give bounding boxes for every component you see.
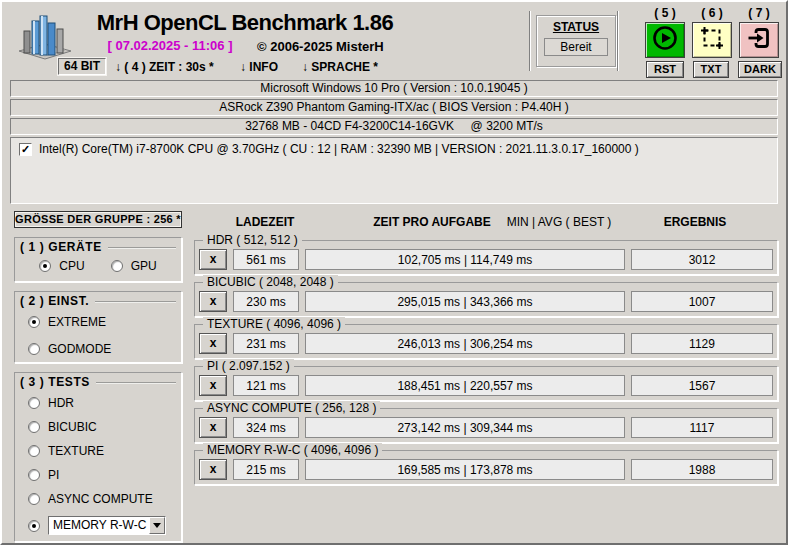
result-group-async-compute: ASYNC COMPUTE ( 256, 128 ) x 324 ms 273,… [194, 408, 778, 443]
result-group-bicubic: BICUBIC ( 2048, 2048 ) x 230 ms 295,015 … [194, 282, 778, 317]
settings-legend: ( 2 ) EINST. [20, 294, 95, 308]
result-group-pi: PI ( 2.097.152 ) x 121 ms 188,451 ms | 2… [194, 366, 778, 401]
screenshot-txt-button[interactable] [692, 22, 732, 58]
radio-bicubic-icon[interactable] [28, 421, 40, 433]
radio-bicubic-label: BICUBIC [48, 420, 97, 434]
app-title: MrH OpenCL Benchmark 1.86 [90, 10, 400, 36]
remove-result-button[interactable]: x [199, 333, 227, 354]
vertical-divider [617, 11, 619, 71]
status-label: STATUS [537, 20, 615, 34]
task-times-value: 188,451 ms | 220,557 ms [305, 375, 625, 396]
radio-texture-label: TEXTURE [48, 444, 104, 458]
remove-result-button[interactable]: x [199, 249, 227, 270]
group-size-button[interactable]: GRÖSSE DER GRUPPE : 256 * [14, 211, 182, 228]
dark-mode-button[interactable]: DARK [738, 61, 782, 78]
bitness-badge: 64 BIT [58, 58, 106, 75]
result-group-hdr: HDR ( 512, 512 ) x 561 ms 102,705 ms | 1… [194, 240, 778, 275]
task-times-value: 169,585 ms | 173,878 ms [305, 459, 625, 480]
rst-button[interactable]: RST [646, 61, 684, 78]
run-benchmark-button[interactable] [645, 22, 685, 58]
txt-button[interactable]: TXT [693, 61, 729, 78]
score-value: 1988 [631, 459, 773, 480]
remove-result-button[interactable]: x [199, 375, 227, 396]
devices-legend: ( 1 ) GERÄTE [20, 240, 108, 254]
radio-pi-icon[interactable] [28, 469, 40, 481]
status-group: STATUS Bereit [536, 15, 616, 67]
radio-async-compute[interactable]: ASYNC COMPUTE [28, 492, 176, 506]
memory-info: 32768 MB - 04CD F4-3200C14-16GVK @ 3200 … [10, 118, 778, 135]
os-info: Microsoft Windows 10 Pro ( Version : 10.… [10, 80, 778, 97]
txt-button-number: ( 6 ) [692, 6, 732, 20]
exit-button-number: ( 7 ) [739, 6, 779, 20]
device-checkbox[interactable]: ✓ [19, 143, 32, 156]
datetime-label: [ 07.02.2025 - 11:06 ] [102, 38, 238, 53]
radio-texture-icon[interactable] [28, 445, 40, 457]
menu-sprache[interactable]: ↓ SPRACHE * [302, 60, 378, 74]
radio-extreme[interactable]: EXTREME [28, 315, 176, 329]
load-time-value: 121 ms [233, 375, 299, 396]
remove-result-button[interactable]: x [199, 417, 227, 438]
remove-result-button[interactable]: x [199, 291, 227, 312]
result-group-title: PI ( 2.097.152 ) [203, 359, 294, 373]
radio-cpu-icon[interactable] [39, 260, 51, 272]
selection-icon [698, 24, 726, 56]
radio-hdr-label: HDR [48, 396, 74, 410]
menu-info[interactable]: ↓ INFO [240, 60, 278, 74]
col-min-avg-best: MIN | AVG ( BEST ) [494, 215, 624, 229]
remove-result-button[interactable]: x [199, 459, 227, 480]
table-row: x 215 ms 169,585 ms | 173,878 ms 1988 [199, 459, 773, 480]
task-times-value: 273,142 ms | 309,344 ms [305, 417, 625, 438]
tests-legend: ( 3 ) TESTS [20, 375, 96, 389]
exit-door-icon [745, 24, 773, 56]
dropdown-button[interactable] [149, 517, 165, 534]
result-group-title: HDR ( 512, 512 ) [203, 233, 302, 247]
col-ladezeit: LADEZEIT [230, 215, 300, 229]
radio-hdr[interactable]: HDR [28, 396, 176, 410]
table-row: x 561 ms 102,705 ms | 114,749 ms 3012 [199, 249, 773, 270]
radio-gpu-icon[interactable] [111, 260, 123, 272]
device-label: Intel(R) Core(TM) i7-8700K CPU @ 3.70GHz… [39, 142, 639, 156]
score-value: 1007 [631, 291, 773, 312]
score-value: 1117 [631, 417, 773, 438]
score-value: 1129 [631, 333, 773, 354]
radio-gpu-label: GPU [131, 259, 157, 273]
radio-pi-label: PI [48, 468, 59, 482]
exit-button[interactable] [739, 22, 779, 58]
radio-texture[interactable]: TEXTURE [28, 444, 176, 458]
radio-memory-rwc[interactable]: MEMORY R-W-C [28, 516, 176, 535]
result-group-title: MEMORY R-W-C ( 4096, 4096 ) [203, 443, 382, 457]
sidebar: GRÖSSE DER GRUPPE : 256 * ( 1 ) GERÄTE C… [10, 211, 188, 542]
status-value: Bereit [544, 38, 608, 56]
radio-memory-rwc-icon[interactable] [28, 520, 40, 532]
radio-cpu[interactable]: CPU [39, 259, 84, 273]
radio-bicubic[interactable]: BICUBIC [28, 420, 176, 434]
radio-pi[interactable]: PI [28, 468, 176, 482]
device-row[interactable]: ✓ Intel(R) Core(TM) i7-8700K CPU @ 3.70G… [19, 142, 769, 156]
radio-async-compute-icon[interactable] [28, 493, 40, 505]
results-column-headers: LADEZEIT ZEIT PRO AUFGABE MIN | AVG ( BE… [194, 211, 778, 233]
device-list: ✓ Intel(R) Core(TM) i7-8700K CPU @ 3.70G… [10, 137, 778, 204]
system-info: Microsoft Windows 10 Pro ( Version : 10.… [2, 80, 786, 135]
table-row: x 231 ms 246,013 ms | 306,254 ms 1129 [199, 333, 773, 354]
radio-godmode[interactable]: GODMODE [28, 342, 176, 356]
result-group-memory-rwc: MEMORY R-W-C ( 4096, 4096 ) x 215 ms 169… [194, 450, 778, 485]
memory-test-dropdown[interactable]: MEMORY R-W-C [48, 516, 166, 535]
radio-godmode-icon[interactable] [28, 343, 40, 355]
menu-zeit[interactable]: ↓ ( 4 ) ZEIT : 30s * [115, 60, 214, 74]
results-area: LADEZEIT ZEIT PRO AUFGABE MIN | AVG ( BE… [194, 211, 778, 542]
radio-hdr-icon[interactable] [28, 397, 40, 409]
load-time-value: 324 ms [233, 417, 299, 438]
result-group-title: BICUBIC ( 2048, 2048 ) [203, 275, 338, 289]
radio-extreme-label: EXTREME [48, 315, 106, 329]
run-button-number: ( 5 ) [645, 6, 685, 20]
result-group-texture: TEXTURE ( 4096, 4096 ) x 231 ms 246,013 … [194, 324, 778, 359]
radio-gpu[interactable]: GPU [111, 259, 157, 273]
score-value: 3012 [631, 249, 773, 270]
vertical-divider [529, 11, 531, 71]
load-time-value: 561 ms [233, 249, 299, 270]
memory-test-dropdown-value: MEMORY R-W-C [49, 517, 149, 534]
radio-extreme-icon[interactable] [28, 316, 40, 328]
task-times-value: 102,705 ms | 114,749 ms [305, 249, 625, 270]
mainboard-info: ASRock Z390 Phantom Gaming-ITX/ac ( BIOS… [10, 99, 778, 116]
result-group-title: ASYNC COMPUTE ( 256, 128 ) [203, 401, 380, 415]
